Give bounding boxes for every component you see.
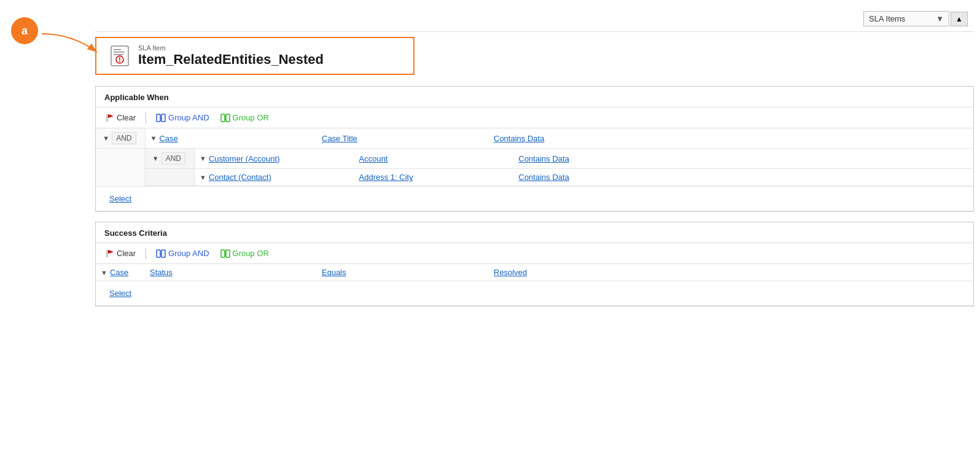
dropdown-arrow-icon: ▼ [936,14,944,23]
row1-entity-cell: ▼ Case [145,128,317,149]
nested-table: ▼ AND ▼ Customer (Account) [146,149,974,186]
row3-entity-chevron[interactable]: ▼ [200,174,206,181]
page-container: a SLA Items ▼ ▲ [0,6,980,452]
table-row-select: Select [96,281,973,306]
applicable-when-group-and-button[interactable]: Group AND [152,111,212,124]
applicable-when-select-link[interactable]: Select [101,190,968,207]
table-row: ▼ Case Status Equals Resolved [96,264,973,281]
select-cell: Select [96,187,973,211]
sc-group-and-icon [156,249,166,258]
row2-field-link[interactable]: Account [359,154,388,163]
svg-rect-17 [106,250,108,257]
sla-items-up-button[interactable]: ▲ [951,12,968,26]
row2-operator-link[interactable]: Contains Data [519,154,569,163]
and-cell-outer: ▼ AND [96,128,145,149]
svg-rect-22 [221,250,225,257]
sc-group-and-label: Group AND [168,249,209,258]
sc-clear-label: Clear [117,249,136,258]
svg-rect-8 [106,114,108,122]
svg-rect-13 [221,114,225,122]
row1-operator-link[interactable]: Contains Data [494,134,544,143]
success-criteria-group-or-button[interactable]: Group OR [217,247,273,260]
record-info: SLA Item Item_RelatedEntities_Nested [138,44,324,68]
and-cell-nested-2 [146,169,195,186]
success-criteria-group-and-button[interactable]: Group AND [152,247,212,260]
clear-label: Clear [117,113,136,122]
annotation-circle: a [11,17,38,44]
applicable-when-title: Applicable When [96,87,973,107]
table-row: ▼ Contact (Contact) Address 1: City Cont… [146,169,974,186]
sla-item-icon [110,45,130,67]
applicable-when-toolbar: Clear Group AND [96,107,973,128]
table-row: ▼ AND ▼ Customer (Account) [146,149,974,169]
svg-rect-2 [114,49,121,50]
record-icon [109,45,131,67]
annotation-arrow [36,25,109,61]
success-criteria-toolbar: Clear Group AND [96,243,973,264]
success-criteria-section: Success Criteria Clear Grou [95,222,974,306]
svg-point-7 [119,61,120,62]
table-row: ▼ AND ▼ Case Case Title [96,128,973,149]
sc-group-or-label: Group OR [233,249,269,258]
and-cell-nested: ▼ AND [146,149,195,169]
row2-field-cell: Account [354,149,514,169]
group-or-label: Group OR [233,113,269,122]
sc-toolbar-separator-1 [146,248,146,259]
row2-entity-chevron[interactable]: ▼ [200,155,206,162]
row2-and-badge: AND [161,152,185,165]
svg-rect-10 [157,114,160,122]
success-criteria-clear-button[interactable]: Clear [102,247,139,260]
sc-row1-chevron[interactable]: ▼ [101,269,107,276]
sc-row1-operator-cell: Equals [317,264,489,281]
toolbar-separator-1 [146,112,146,123]
sc-row1-field-cell: Status [145,264,317,281]
row2-entity-cell: ▼ Customer (Account) [195,149,354,169]
table-row: ▼ AND ▼ Customer (Account) [96,149,973,187]
row1-entity-link[interactable]: Case [159,134,177,143]
sc-group-or-icon [220,249,230,258]
svg-rect-23 [226,250,230,257]
svg-rect-20 [161,250,165,257]
row1-field-cell: Case Title [317,128,489,149]
header-card: SLA Item Item_RelatedEntities_Nested [95,37,414,75]
sc-clear-flag-icon [106,249,114,258]
clear-flag-icon [106,114,114,122]
sc-row1-value-link[interactable]: Resolved [494,268,527,277]
applicable-when-group-or-button[interactable]: Group OR [217,111,273,124]
success-criteria-title: Success Criteria [96,222,973,243]
group-and-icon [156,114,166,122]
row1-and-badge: AND [112,132,136,144]
success-criteria-select-link[interactable]: Select [101,285,968,302]
sla-items-label: SLA Items [869,14,905,23]
row3-field-link[interactable]: Address 1: City [359,173,413,182]
and-cell-outer-2 [96,149,145,187]
row2-entity-link[interactable]: Customer (Account) [209,154,280,163]
svg-marker-9 [108,114,114,118]
row2-chevron[interactable]: ▼ [152,155,159,162]
sc-row1-operator-link[interactable]: Equals [322,268,346,277]
sc-row1-entity-link[interactable]: Case [110,268,128,277]
row1-operator-cell: Contains Data [489,128,973,149]
record-subtitle: SLA Item [138,44,324,52]
row3-entity-cell: ▼ Contact (Contact) [195,169,354,186]
applicable-when-clear-button[interactable]: Clear [102,111,139,124]
sla-items-dropdown[interactable]: SLA Items ▼ [863,11,949,26]
applicable-when-table: ▼ AND ▼ Case Case Title [96,128,973,211]
table-row-select: Select [96,187,973,211]
sc-row1-entity-cell: ▼ Case [96,264,145,281]
row3-operator-link[interactable]: Contains Data [519,173,569,182]
svg-rect-19 [157,250,160,257]
sc-row1-field-link[interactable]: Status [150,268,173,277]
sc-select-cell: Select [96,281,973,306]
row3-operator-cell: Contains Data [514,169,974,186]
applicable-when-section: Applicable When Clear [95,86,974,212]
svg-rect-4 [114,54,123,55]
group-and-label: Group AND [168,113,209,122]
row1-chevron[interactable]: ▼ [103,134,109,142]
row3-field-cell: Address 1: City [354,169,514,186]
svg-rect-11 [161,114,165,122]
row1-entity-chevron[interactable]: ▼ [150,134,157,142]
row3-entity-link[interactable]: Contact (Contact) [209,173,271,182]
row1-field-link[interactable]: Case Title [322,134,357,143]
sc-row1-value-cell: Resolved [489,264,973,281]
